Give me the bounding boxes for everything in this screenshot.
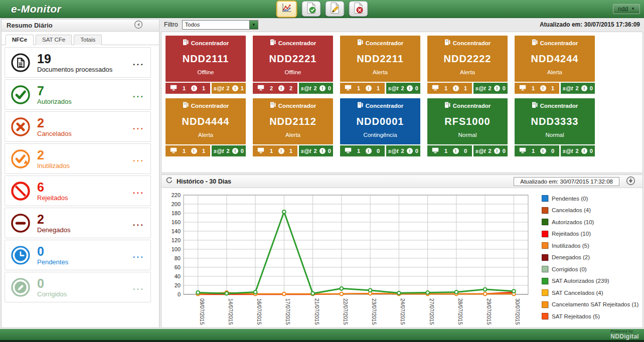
svg-text:40: 40: [175, 273, 181, 279]
summary-item-cancelados[interactable]: 2 Cancelados ...: [5, 111, 151, 142]
svg-text:220: 220: [172, 192, 181, 198]
legend-item[interactable]: Cancelados (4): [542, 207, 641, 214]
tab-sat-cfe[interactable]: SAT CFe: [36, 35, 72, 45]
svg-text:14/07/2015: 14/07/2015: [228, 298, 234, 325]
summary-label: Inutilizados: [37, 162, 70, 169]
reject-document-button[interactable]: [349, 1, 368, 17]
concentrator-card[interactable]: Concentrador NDD4444 Alerta 1 ! 1 s@t 2 …: [166, 98, 246, 156]
concentrator-name: NDD2112: [253, 116, 333, 127]
more-options-button[interactable]: ...: [133, 124, 144, 129]
filter-select[interactable]: Todos ▼: [182, 20, 258, 30]
legend-item[interactable]: Cancelamento SAT Rejeitados (1): [542, 301, 641, 308]
monitor-icon: [170, 85, 177, 92]
more-options-button[interactable]: ...: [133, 156, 144, 161]
concentrator-card[interactable]: Concentrador NDD0001 Contingência 1 ! 0 …: [340, 98, 420, 156]
tab-nfce[interactable]: NFCe: [6, 35, 34, 45]
concentrator-status: Contingência: [340, 132, 420, 138]
more-options-button[interactable]: ...: [133, 285, 144, 290]
concentrator-card[interactable]: Concentrador NDD4244 Alerta 1 ! 1 s@t 2 …: [515, 36, 595, 94]
card-header-label: Concentrador: [453, 103, 491, 109]
concentrator-card[interactable]: Concentrador NDD2222 Alerta 1 ! 1 s@t 2 …: [427, 36, 508, 94]
more-options-button[interactable]: ...: [133, 92, 144, 97]
concentrator-card[interactable]: Concentrador NDD2112 Alerta 1 ! 1 s@t 2 …: [253, 98, 333, 156]
monitor-count: 1: [532, 85, 535, 91]
refresh-icon[interactable]: [166, 177, 173, 186]
monitor-count: 1: [183, 148, 186, 154]
document-x-icon: [353, 2, 365, 16]
download-button[interactable]: [626, 176, 635, 187]
monitor-status-segment: 1 ! 0: [515, 145, 559, 156]
chart-tool-button[interactable]: [276, 1, 297, 18]
summary-item-autorizados[interactable]: 7 Autorizados ...: [5, 79, 151, 110]
filter-bar: Filtro Todos ▼ Atualizado em: 30/07/2015…: [161, 19, 643, 30]
more-options-button[interactable]: ...: [133, 253, 144, 258]
legend-label: SAT Cancelados (4): [552, 290, 603, 296]
concentrator-card[interactable]: Concentrador NDD2111 Offline 1 ! 1 s@t 2…: [166, 36, 246, 94]
legend-item[interactable]: Rejeitados (10): [542, 231, 641, 237]
approve-document-button[interactable]: [302, 1, 321, 17]
alert-count-icon: !: [191, 85, 197, 91]
more-options-button[interactable]: ...: [133, 189, 144, 194]
summary-item-denegados[interactable]: 2 Denegados ...: [5, 208, 151, 238]
monitor-status-segment: 1 ! 1: [166, 83, 210, 94]
server-icon: [357, 102, 363, 109]
download-circle-icon: [626, 176, 635, 187]
concentrator-status: Offline: [253, 69, 333, 75]
content-area: Resumo Diário NFCe SAT CFe Totais: [0, 18, 644, 329]
legend-item[interactable]: Autorizados (10): [542, 219, 641, 225]
more-options-button[interactable]: ...: [133, 60, 144, 65]
minus-circle-icon: [10, 213, 31, 234]
sat-status-segment: s@t 2 ! 0: [473, 145, 508, 156]
summary-item-corrigidos[interactable]: 0 Corrigidos ...: [5, 272, 151, 302]
concentrator-card[interactable]: Concentrador RFS1000 Normal 1 ! 0 s@t 2 …: [427, 98, 508, 156]
chevron-down-icon: ▼: [631, 7, 635, 11]
concentrator-card[interactable]: Concentrador NDD2211 Alerta 1 ! 1 s@t 2 …: [340, 36, 420, 94]
sat-error-count: 0: [590, 85, 593, 91]
monitor-icon: [257, 85, 264, 92]
sat-status-segment: s@t 2 ! 0: [386, 145, 420, 156]
monitor-count: 1: [357, 148, 360, 154]
sat-status-segment: s@t 2 ! 1: [212, 83, 246, 94]
summary-count: 19: [37, 52, 112, 65]
legend-item[interactable]: SAT Autorizados (239): [542, 278, 641, 284]
collapse-sidebar-button[interactable]: [134, 20, 143, 31]
edit-document-button[interactable]: [326, 1, 345, 17]
summary-label: Denegados: [37, 226, 71, 234]
sat-count: 2: [226, 85, 229, 91]
monitor-icon: [519, 85, 526, 92]
sat-error-count: 0: [590, 148, 593, 154]
monitor-error-count: 1: [551, 85, 554, 91]
arrow-left-circle-icon: [134, 20, 143, 31]
summary-item-inutilizados[interactable]: 2 Inutilizados ...: [5, 143, 151, 174]
document-icon: [10, 52, 31, 73]
more-options-button[interactable]: ...: [133, 221, 144, 226]
legend-item[interactable]: Corrigidos (0): [542, 266, 641, 272]
sat-label: s@t: [301, 148, 311, 154]
summary-item-rejeitados[interactable]: 6 Rejeitados ...: [5, 176, 151, 206]
server-icon: [357, 39, 363, 47]
legend-item[interactable]: Inutilizados (5): [542, 242, 641, 249]
concentrator-card[interactable]: Concentrador NDD2221 Offline 2 ! 2 s@t 2…: [253, 36, 333, 94]
legend-item[interactable]: SAT Rejeitados (5): [542, 313, 641, 319]
monitor-error-count: 1: [464, 85, 467, 91]
legend-item[interactable]: SAT Cancelados (4): [542, 289, 641, 296]
legend-item[interactable]: Denegados (2): [542, 254, 641, 261]
server-icon: [183, 102, 189, 109]
server-icon: [270, 102, 276, 109]
app-footer: Powered by NDDigital: [0, 329, 644, 340]
summary-label: Autorizados: [37, 98, 72, 105]
legend-item[interactable]: Pendentes (0): [542, 195, 641, 202]
concentrator-name: NDD2222: [427, 53, 508, 65]
alert-count-icon: !: [366, 148, 372, 154]
tab-totais[interactable]: Totais: [74, 35, 102, 45]
concentrator-name: NDD4244: [515, 53, 595, 65]
summary-item-documentos-processados[interactable]: 19 Documentos processados ...: [5, 47, 151, 78]
concentrator-card[interactable]: Concentrador NDD3333 Normal 1 ! 0 s@t 2 …: [515, 98, 595, 156]
sat-error-count: 0: [503, 85, 506, 91]
card-header-label: Concentrador: [540, 103, 578, 109]
user-menu-button[interactable]: ndd ▼: [613, 4, 640, 14]
monitor-icon: [257, 147, 264, 154]
updated-timestamp: Atualizado em: 30/07/2015 17:36:09: [540, 21, 640, 28]
concentrator-status: Normal: [427, 132, 508, 138]
summary-item-pendentes[interactable]: 0 Pendentes ...: [5, 240, 151, 270]
